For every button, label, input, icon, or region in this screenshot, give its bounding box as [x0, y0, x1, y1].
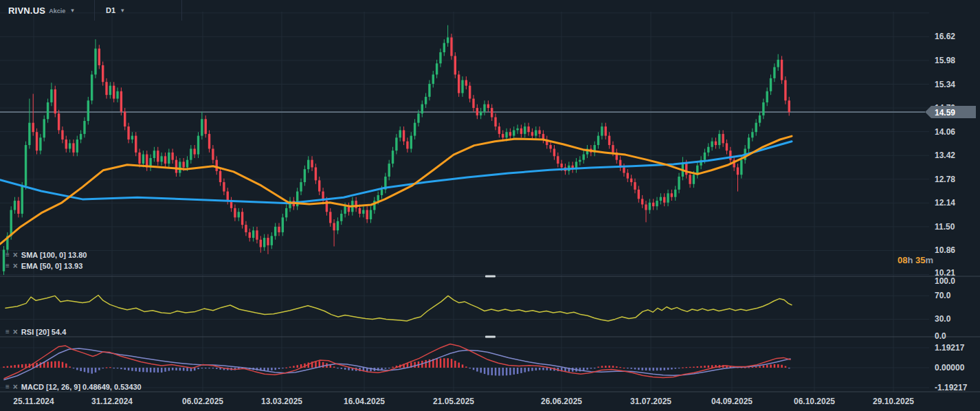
indicator-settings-icon[interactable]: ≡	[5, 329, 10, 335]
indicator-remove-icon[interactable]: ×	[13, 384, 18, 390]
svg-text:16.62: 16.62	[935, 32, 955, 41]
svg-text:13.03.2025: 13.03.2025	[261, 397, 302, 406]
indicator-legend-sma: ≡ × SMA [100, 0] 13.80	[5, 251, 87, 259]
rsi-axis-labels: 100.070.030.00.0	[935, 276, 955, 341]
svg-text:29.10.2025: 29.10.2025	[873, 397, 914, 406]
svg-text:14.06: 14.06	[935, 127, 955, 137]
svg-text:0.0: 0.0	[935, 331, 946, 341]
svg-text:-1.19217: -1.19217	[935, 383, 968, 392]
svg-text:11.50: 11.50	[935, 222, 955, 232]
svg-text:31.12.2024: 31.12.2024	[91, 397, 133, 406]
svg-text:26.06.2025: 26.06.2025	[541, 397, 582, 406]
countdown-hours: 08	[898, 255, 907, 265]
macd-signal-line	[4, 348, 790, 380]
current-price-tag: 14.59	[925, 106, 976, 118]
instrument-type-label: Akcie	[49, 8, 65, 14]
ema-line	[0, 136, 792, 244]
svg-text:12.78: 12.78	[935, 175, 955, 184]
svg-text:10.86: 10.86	[935, 245, 955, 255]
timeframe-selector[interactable]: D1 ▾	[95, 0, 182, 21]
svg-text:06.02.2025: 06.02.2025	[182, 397, 223, 406]
candlestick-series	[3, 25, 790, 275]
svg-text:100.0: 100.0	[935, 276, 955, 286]
symbol-name: RIVN.US	[8, 5, 45, 16]
timeframe-label: D1	[106, 6, 115, 14]
macd-axis-labels: 1.192170.00000-1.19217	[935, 343, 968, 392]
candle-countdown: 08h 35m	[891, 255, 933, 265]
horizontal-gridlines	[0, 13, 929, 388]
svg-text:21.05.2025: 21.05.2025	[433, 397, 474, 406]
svg-text:25.11.2024: 25.11.2024	[13, 397, 54, 406]
ema-legend-label: EMA [50, 0] 13.93	[21, 262, 82, 270]
svg-text:31.07.2025: 31.07.2025	[630, 397, 671, 406]
svg-text:15.34: 15.34	[935, 80, 955, 89]
chart-canvas[interactable]: 16.6215.9815.3414.7014.0613.4212.7812.14…	[0, 0, 980, 411]
pane-resize-handle[interactable]	[485, 276, 495, 338]
indicator-legend-rsi: ≡ × RSI [20] 54.4	[5, 328, 66, 336]
countdown-minutes: 35	[915, 255, 925, 265]
svg-text:06.10.2025: 06.10.2025	[794, 397, 835, 406]
rsi-line	[5, 296, 792, 322]
svg-text:1.19217: 1.19217	[935, 343, 965, 353]
trading-chart-window: 16.6215.9815.3414.7014.0613.4212.7812.14…	[0, 0, 980, 411]
indicator-legend-ema: ≡ × EMA [50, 0] 13.93	[5, 262, 82, 270]
indicator-remove-icon[interactable]: ×	[13, 252, 18, 258]
countdown-minutes-unit: m	[925, 255, 933, 265]
macd-line	[4, 344, 790, 379]
svg-text:14.59: 14.59	[935, 108, 955, 118]
pane-separator	[0, 276, 980, 392]
indicator-remove-icon[interactable]: ×	[13, 263, 18, 269]
date-axis-labels: 25.11.202431.12.202406.02.202513.03.2025…	[13, 397, 914, 406]
svg-text:16.04.2025: 16.04.2025	[344, 397, 385, 406]
price-axis-labels: 16.6215.9815.3414.7014.0613.4212.7812.14…	[935, 32, 955, 278]
indicator-settings-icon[interactable]: ≡	[5, 252, 10, 258]
sma-legend-label: SMA [100, 0] 13.80	[21, 251, 87, 259]
chevron-down-icon: ▾	[121, 7, 124, 14]
macd-legend-label: MACD [12, 26, 9] 0.48649, 0.53430	[21, 383, 142, 391]
chart-toolbar: RIVN.US Akcie ▾ D1 ▾	[0, 0, 182, 21]
svg-text:15.98: 15.98	[935, 56, 955, 65]
symbol-selector[interactable]: RIVN.US Akcie ▾	[0, 0, 95, 21]
svg-text:30.0: 30.0	[935, 314, 951, 324]
svg-text:04.09.2025: 04.09.2025	[711, 397, 753, 406]
indicator-legend-macd: ≡ × MACD [12, 26, 9] 0.48649, 0.53430	[5, 383, 142, 391]
indicator-remove-icon[interactable]: ×	[13, 329, 18, 335]
svg-text:70.0: 70.0	[935, 291, 951, 300]
chevron-down-icon: ▾	[71, 7, 74, 14]
indicator-settings-icon[interactable]: ≡	[5, 263, 10, 269]
rsi-legend-label: RSI [20] 54.4	[21, 328, 66, 336]
svg-text:12.14: 12.14	[935, 198, 955, 208]
vertical-gridlines	[34, 12, 893, 392]
indicator-settings-icon[interactable]: ≡	[5, 384, 10, 390]
svg-text:0.00000: 0.00000	[935, 363, 965, 373]
countdown-hours-unit: h	[907, 255, 913, 265]
svg-text:13.42: 13.42	[935, 151, 955, 160]
